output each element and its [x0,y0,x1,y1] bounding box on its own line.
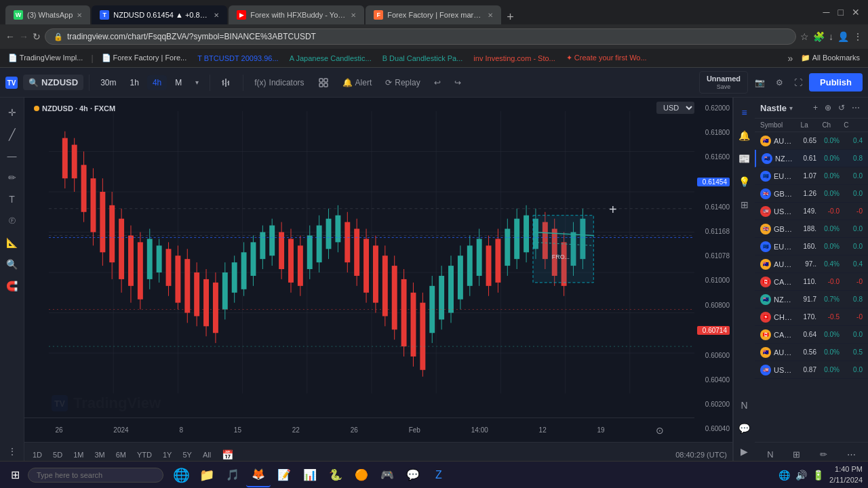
address-bar[interactable]: 🔒 tradingview.com/chart/FsqqBZVA/?symbol… [45,28,796,45]
timeframe-all-button[interactable]: All [200,449,214,460]
draw-tool[interactable]: ✏ [3,168,22,187]
close-tab-icon[interactable]: ✕ [214,12,219,19]
ideas-icon[interactable]: 💡 [735,172,754,191]
crosshair-tool[interactable]: ✛ [3,103,22,122]
timeframe-ytd-button[interactable]: YTD [134,449,155,460]
timeframe-1m-button[interactable]: 1M [71,449,86,460]
timeframe-6m-button[interactable]: 6M [113,449,129,460]
extensions-button[interactable]: 🧩 [813,31,825,42]
indicators-button[interactable]: f(x) Indicators [249,75,309,90]
taskbar-icon-code[interactable]: 📝 [272,463,296,487]
bookmark-btcusdt[interactable]: T BTCUSDT 20093.96... [195,53,281,64]
bookmark-investing[interactable]: inv Investing.com - Sto... [471,53,557,64]
go-to-now-button[interactable]: ⊙ [656,425,664,436]
battery-icon[interactable]: 🔋 [812,470,824,481]
more-tools[interactable]: ⋮ [3,442,22,461]
watchlist-item-cadchf[interactable]: 🇨🇦 CADCHF 0.64 0.0% 0.0 [755,326,868,344]
rp-edit-icon[interactable]: ✏ [817,447,830,462]
profile-button[interactable]: 👤 [837,31,849,42]
watchlist-item-usdjpy[interactable]: 🇺🇸 USDJPY 149. -0.0 -0 [755,203,868,220]
watchlist-item-chfjpy[interactable]: 🇨🇭 CHFJPY 170. -0.5 -0 [755,308,868,326]
more-bookmarks-button[interactable]: » [787,53,793,64]
chat-icon[interactable]: 💬 [735,419,754,438]
close-tab-icon[interactable]: ✕ [351,12,356,19]
watchlist-settings-button[interactable]: ⊕ [822,102,834,114]
fibonacci-tool[interactable]: Ⓕ [3,211,22,230]
bar-style-button[interactable] [216,75,237,91]
bookmark-tradingview[interactable]: 📄 TradingView Impl... [5,52,85,64]
watchlist-item-eurjpy[interactable]: 🇪🇺 EURJPY 160. 0.0% 0.0 [755,238,868,256]
taskbar-icon-python[interactable]: 🐍 [323,463,348,487]
bookmark-dual[interactable]: B Dual Candlestick Pa... [380,53,466,64]
watchlist-icon[interactable]: ≡ [735,103,754,122]
profile-icon[interactable]: N [735,396,754,415]
watchlist-item-gbpjpy[interactable]: 🇬🇧 GBPJPY 188. 0.0% 0.0 [755,220,868,238]
watchlist-item-usdchf[interactable]: 🇺🇸 USDCHF 0.87 0.0% 0.0 [755,361,868,379]
play-icon[interactable]: ▶ [735,442,754,461]
add-watchlist-button[interactable]: + [810,102,821,114]
nastle-dropdown-icon[interactable]: ▾ [789,104,793,112]
tab-forexfactory[interactable]: F Forex Factory | Forex markets f... ✕ [366,5,501,24]
currency-selector[interactable]: USD [656,102,694,114]
date-range-picker-button[interactable]: 📅 [219,448,236,462]
minimize-button[interactable]: ─ [821,5,833,19]
alert-button[interactable]: 🔔 Alert [337,75,378,90]
text-tool[interactable]: T [3,190,22,209]
timeframe-m[interactable]: M [170,75,187,90]
system-clock[interactable]: 1:40 PM 2/11/2024 [829,464,863,485]
taskbar-icon-discord[interactable]: 🎮 [375,463,399,487]
timeframe-1h[interactable]: 1h [125,75,144,90]
watchlist-item-nzdjpy[interactable]: 🇳🇿 NZDJPY 91.7 0.7% 0.8 [755,291,868,308]
watchlist-rotate-button[interactable]: ↺ [835,102,848,114]
taskbar-icon-files[interactable]: 📁 [195,463,219,487]
undo-button[interactable]: ↩ [429,75,446,90]
close-tab-icon[interactable]: ✕ [488,12,493,19]
timeframe-5d-button[interactable]: 5D [50,449,65,460]
timeframe-dropdown[interactable]: ▾ [190,76,204,89]
watchlist-item-audjpy[interactable]: 🇦🇺 AUDJPY 97.. 0.4% 0.4 [755,256,868,273]
watchlist-more-button[interactable]: ⋯ [849,102,863,114]
measure-tool[interactable]: 📐 [3,233,22,252]
rp-grid-icon[interactable]: ⊞ [790,447,803,462]
taskbar-icon-browser1[interactable]: 🦊 [246,463,271,487]
menu-button[interactable]: ⋮ [853,31,863,42]
volume-icon[interactable]: 🔊 [795,470,807,481]
all-bookmarks-label[interactable]: 📁 All Bookmarks [798,52,863,64]
fullscreen-button[interactable]: ⛶ [790,75,806,90]
news-icon[interactable]: 📰 [735,149,754,168]
redo-button[interactable]: ↪ [449,75,467,90]
new-tab-button[interactable]: + [502,10,518,24]
maximize-button[interactable]: □ [835,5,846,19]
watchlist-item-gbpusd[interactable]: 🇬🇧 GBPUSD 1.26 0.0% 0.0 [755,185,868,203]
symbol-search[interactable]: 🔍 NZDUSD [23,75,83,90]
line-tool[interactable]: ╱ [3,125,22,144]
download-button[interactable]: ↓ [829,31,833,42]
close-window-button[interactable]: ✕ [849,5,863,19]
zoom-tool[interactable]: 🔍 [3,255,22,274]
tab-youtube[interactable]: ▶ Forex with HFXBuddy - YouTu... ✕ [229,5,364,24]
close-tab-icon[interactable]: ✕ [77,12,82,19]
timeframe-1y-button[interactable]: 1Y [160,449,174,460]
watchlist-item-audusd[interactable]: 🇦🇺 AUDUSD 0.65 0.0% 0.4 [755,132,868,150]
timeframe-1d-button[interactable]: 1D [30,449,45,460]
taskbar-icon-explorer[interactable]: 🌐 [169,463,193,487]
publish-button[interactable]: Publish [809,73,863,92]
bookmark-forexfactory[interactable]: 📄 Forex Factory | Fore... [99,52,190,64]
replay-button[interactable]: ⟳ Replay [380,75,425,90]
watchlist-item-eurusd[interactable]: 🇪🇺 EURUSD 1.07 0.0% 0.0 [755,167,868,185]
tab-whatsapp[interactable]: W (3) WhatsApp ✕ [5,5,90,24]
bookmark-star-button[interactable]: ☆ [800,31,809,42]
horizontal-line-tool[interactable]: — [3,146,22,165]
taskbar-icon-zoom[interactable]: Z [427,463,451,487]
network-icon[interactable]: 🌐 [778,470,790,481]
settings-button[interactable]: ⚙ [772,75,787,90]
taskbar-icon-whatsapp[interactable]: 💬 [401,463,425,487]
watchlist-item-nzdusd[interactable]: 🇳🇿 NZDUSD 0.61 0.0% 0.8 [755,150,868,167]
alerts-icon[interactable]: 🔔 [735,126,754,145]
templates-button[interactable] [313,75,334,91]
taskbar-icon-music[interactable]: 🎵 [220,463,245,487]
tab-tradingview[interactable]: T NZDUSD 0.61454 ▲ +0.81% Ur... ✕ [92,5,227,24]
forward-button[interactable]: → [19,31,28,42]
start-button[interactable]: ⊞ [5,466,25,484]
magnet-tool[interactable]: 🧲 [3,277,22,296]
